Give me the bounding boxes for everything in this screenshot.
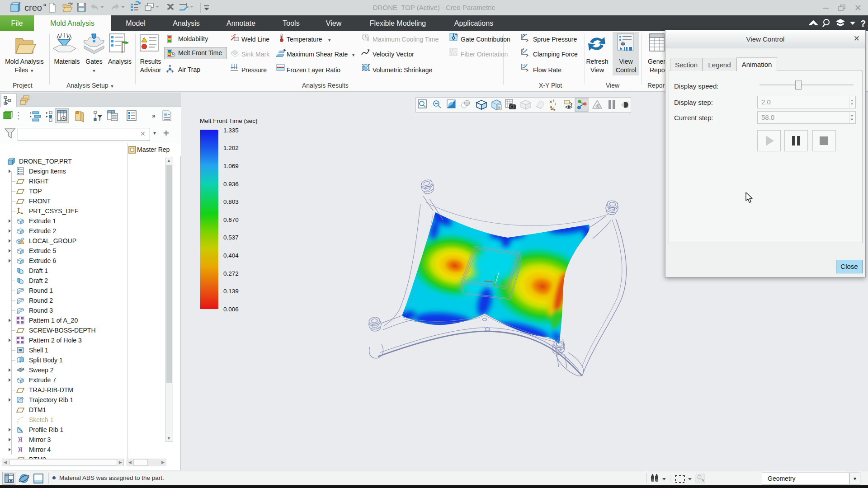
svg-text:/: /	[553, 99, 554, 103]
svg-text:P: P	[522, 33, 525, 38]
svg-text:/: /	[555, 102, 556, 107]
svg-text:creo: creo	[24, 3, 42, 13]
svg-text:×: ×	[549, 99, 552, 104]
svg-text:?: ?	[860, 19, 866, 28]
svg-text:»: »	[152, 112, 156, 119]
